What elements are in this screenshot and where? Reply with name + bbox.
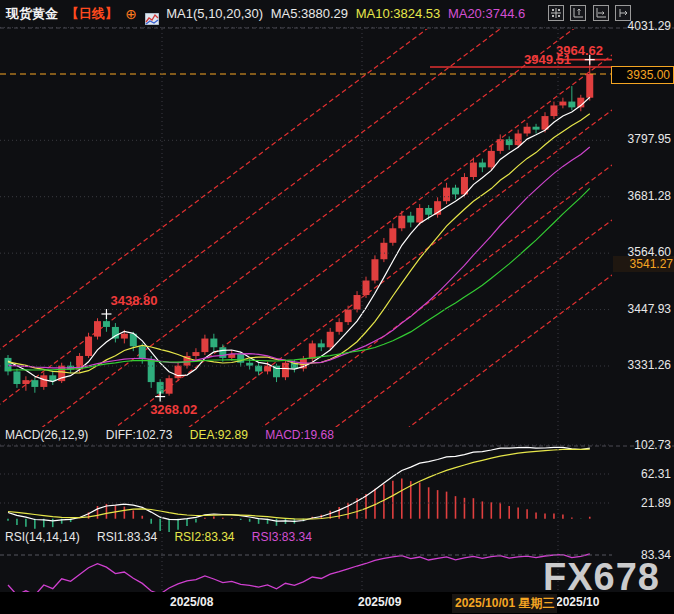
move-icon[interactable] (548, 5, 564, 21)
price-axis-label: 4031.29 (601, 19, 671, 33)
date-axis-label: 2025/09 (358, 595, 401, 609)
symbol-name: 现货黄金 (6, 6, 58, 21)
price-axis-label: 3797.95 (601, 132, 671, 146)
ma-settings-label[interactable]: MA1(5,10,20,30) (166, 6, 263, 21)
marked-price-box: 3541.27 (613, 256, 674, 272)
macd-axis-label: 62.31 (601, 467, 671, 481)
chart-type-icon[interactable] (145, 8, 159, 20)
date-axis-label: 2025/08 (170, 595, 213, 609)
rsi1-value: RSI1:83.34 (97, 530, 157, 544)
rsi-title: RSI(14,14,14) (5, 530, 80, 544)
macd-dea-value: DEA:92.89 (190, 428, 248, 442)
circle-plus-icon[interactable]: ⊕ (125, 6, 137, 22)
macd-diff-value: DIFF:102.73 (106, 428, 173, 442)
rsi-indicator-row[interactable]: RSI(14,14,14) RSI1:83.34 RSI2:83.34 RSI3… (5, 530, 326, 544)
ma20-value: MA20:3744.6 (448, 6, 525, 21)
price-annotation: 3438.80 (110, 293, 157, 308)
macd-title: MACD(26,12,9) (5, 428, 88, 442)
axis-zoom-in-icon[interactable] (570, 5, 586, 21)
price-axis-label: 3331.26 (601, 358, 671, 372)
price-axis-label: 3681.28 (601, 189, 671, 203)
macd-axis-label: 21.89 (601, 496, 671, 510)
price-annotation: 3268.02 (150, 402, 197, 417)
ma10-value: MA10:3824.53 (356, 6, 441, 21)
rsi2-value: RSI2:83.34 (174, 530, 234, 544)
watermark: FX678 (543, 556, 660, 599)
ma5-value: MA5:3880.29 (271, 6, 348, 21)
period-label[interactable]: 【日线】 (66, 6, 118, 21)
macd-indicator-row[interactable]: MACD(26,12,9) DIFF:102.73 DEA:92.89 MACD… (5, 428, 348, 442)
date-axis-highlight: 2025/10/01 星期三 (452, 594, 557, 613)
trading-chart-app: 现货黄金 【日线】 ⊕ MA1(5,10,20,30) MA5:3880.29 … (0, 0, 674, 614)
chart-canvas[interactable] (0, 0, 674, 614)
rsi3-value: RSI3:83.34 (252, 530, 312, 544)
macd-macd-value: MACD:19.68 (265, 428, 334, 442)
price-annotation: 3964.62 (556, 43, 603, 58)
current-price-box: 3935.00 (611, 66, 674, 84)
macd-axis-label: 102.73 (601, 438, 671, 452)
price-axis-label: 3447.93 (601, 302, 671, 316)
